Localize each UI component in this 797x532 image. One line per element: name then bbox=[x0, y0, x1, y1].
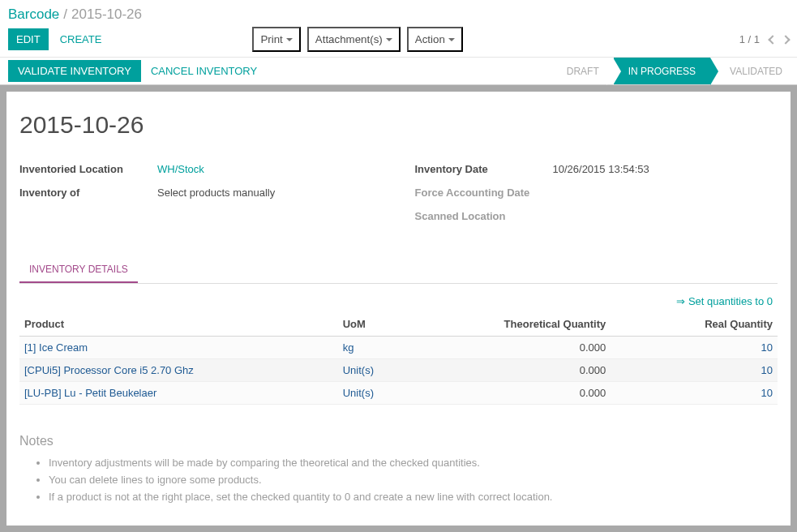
notes-item: You can delete lines to ignore some prod… bbox=[49, 472, 778, 489]
label-inventory-date: Inventory Date bbox=[415, 161, 553, 178]
pager-text: 1 / 1 bbox=[739, 33, 760, 45]
status-bar: VALIDATE INVENTORY CANCEL INVENTORY DRAF… bbox=[0, 58, 797, 85]
notes-title: Notes bbox=[19, 434, 778, 448]
status-stage-in-progress[interactable]: IN PROGRESS bbox=[614, 58, 710, 84]
record-title: 2015-10-26 bbox=[19, 111, 778, 139]
cell-real[interactable]: 10 bbox=[611, 382, 778, 405]
inventory-table: Product UoM Theoretical Quantity Real Qu… bbox=[19, 312, 778, 405]
value-inventory-of: Select products manually bbox=[157, 185, 275, 202]
breadcrumb-current: 2015-10-26 bbox=[71, 6, 142, 22]
edit-button[interactable]: EDIT bbox=[8, 28, 49, 50]
label-inventoried-location: Inventoried Location bbox=[19, 161, 157, 178]
form-sheet: 2015-10-26 Inventoried Location WH/Stock… bbox=[6, 92, 791, 526]
table-row[interactable]: [CPUi5] Processor Core i5 2.70 Ghz Unit(… bbox=[19, 359, 778, 382]
cell-theoretical: 0.000 bbox=[429, 359, 611, 382]
print-dropdown[interactable]: Print bbox=[252, 27, 300, 52]
cell-theoretical: 0.000 bbox=[429, 382, 611, 405]
status-stage-validated[interactable]: VALIDATED bbox=[710, 58, 797, 84]
th-product[interactable]: Product bbox=[19, 312, 338, 337]
set-quantities-zero-link[interactable]: ⇒ Set quantities to 0 bbox=[676, 295, 773, 307]
notes-section: Notes Inventory adjustments will be made… bbox=[19, 434, 778, 505]
cell-real[interactable]: 10 bbox=[611, 359, 778, 382]
pager-prev-icon[interactable] bbox=[768, 35, 777, 44]
th-real[interactable]: Real Quantity bbox=[611, 312, 778, 337]
cell-product[interactable]: [CPUi5] Processor Core i5 2.70 Ghz bbox=[19, 359, 338, 382]
breadcrumb: Barcode/2015-10-26 bbox=[0, 0, 797, 24]
breadcrumb-root[interactable]: Barcode bbox=[8, 6, 59, 22]
cell-real[interactable]: 10 bbox=[611, 337, 778, 359]
attachments-dropdown[interactable]: Attachment(s) bbox=[307, 27, 401, 52]
top-actions: EDIT CREATE Print Attachment(s) Action 1… bbox=[0, 24, 797, 57]
table-row[interactable]: [LU-PB] Lu - Petit Beukelaer Unit(s) 0.0… bbox=[19, 382, 778, 405]
cell-uom[interactable]: kg bbox=[338, 337, 429, 359]
caret-icon bbox=[386, 38, 392, 41]
cell-product[interactable]: [1] Ice Cream bbox=[19, 337, 338, 359]
notes-item: If a product is not at the right place, … bbox=[49, 489, 778, 506]
validate-inventory-button[interactable]: VALIDATE INVENTORY bbox=[8, 60, 141, 82]
create-button[interactable]: CREATE bbox=[55, 28, 107, 50]
label-inventory-of: Inventory of bbox=[19, 185, 157, 202]
caret-icon bbox=[448, 38, 455, 41]
cancel-inventory-button[interactable]: CANCEL INVENTORY bbox=[151, 60, 257, 82]
cell-uom[interactable]: Unit(s) bbox=[338, 359, 429, 382]
label-force-accounting-date: Force Accounting Date bbox=[415, 185, 553, 202]
notes-item: Inventory adjustments will be made by co… bbox=[49, 455, 778, 472]
value-inventoried-location[interactable]: WH/Stock bbox=[157, 161, 204, 178]
table-row[interactable]: [1] Ice Cream kg 0.000 10 bbox=[19, 337, 778, 359]
th-uom[interactable]: UoM bbox=[338, 312, 429, 337]
label-scanned-location: Scanned Location bbox=[415, 208, 553, 225]
th-theoretical[interactable]: Theoretical Quantity bbox=[429, 312, 611, 337]
cell-theoretical: 0.000 bbox=[429, 337, 611, 359]
caret-icon bbox=[286, 38, 293, 41]
action-dropdown[interactable]: Action bbox=[407, 27, 463, 52]
value-inventory-date: 10/26/2015 13:54:53 bbox=[553, 161, 649, 178]
status-stage-draft[interactable]: DRAFT bbox=[552, 58, 614, 84]
cell-uom[interactable]: Unit(s) bbox=[338, 382, 429, 405]
cell-product[interactable]: [LU-PB] Lu - Petit Beukelaer bbox=[19, 382, 338, 405]
tab-inventory-details[interactable]: INVENTORY DETAILS bbox=[19, 257, 138, 283]
pager-next-icon[interactable] bbox=[781, 35, 790, 44]
